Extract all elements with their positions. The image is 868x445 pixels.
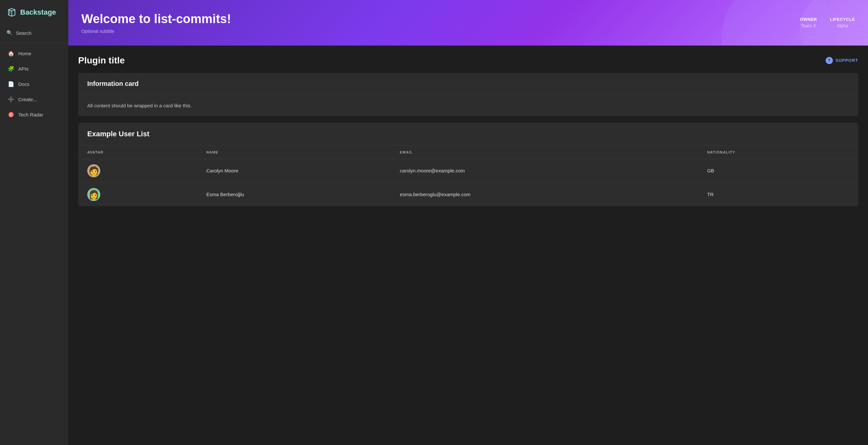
search-label: Search: [16, 30, 32, 36]
search-button[interactable]: 🔍 Search: [0, 27, 68, 43]
user-name-cell: Esma Berberoğlu: [197, 182, 391, 206]
docs-icon: 📄: [8, 81, 14, 87]
support-link[interactable]: ? SUPPORT: [826, 57, 858, 64]
avatar: 👩: [87, 188, 100, 201]
table-row: 🧑 Carolyn Moore carolyn.moore@example.co…: [78, 159, 858, 182]
tech-radar-icon: 🎯: [8, 111, 14, 118]
user-email-cell: carolyn.moore@example.com: [391, 159, 698, 182]
information-card-header: Information card: [78, 73, 858, 95]
plugin-title: Plugin title: [78, 55, 125, 66]
information-card-text: All content should be wrapped in a card …: [87, 103, 849, 108]
sidebar-divider: [0, 43, 68, 43]
lifecycle-label: Lifecycle: [830, 17, 855, 22]
information-card-body: All content should be wrapped in a card …: [78, 95, 858, 116]
lifecycle-meta: Lifecycle Alpha: [830, 17, 855, 28]
user-email-cell: esma.berberoglu@example.com: [391, 182, 698, 206]
page-body: Plugin title ? SUPPORT Information card …: [68, 45, 868, 445]
sidebar: Backstage 🔍 Search 🏠 Home 🧩 APIs 📄 Docs …: [0, 0, 68, 445]
information-card: Information card All content should be w…: [78, 73, 858, 116]
sidebar-item-apis-label: APIs: [18, 66, 29, 72]
sidebar-item-docs-label: Docs: [18, 81, 29, 87]
user-list-header: Example User List: [78, 123, 858, 145]
col-header-avatar: AVATAR: [78, 145, 197, 159]
owner-label: Owner: [800, 17, 817, 22]
sidebar-item-tech-radar[interactable]: 🎯 Tech Radar: [1, 107, 67, 122]
sidebar-item-apis[interactable]: 🧩 APIs: [1, 61, 67, 76]
main-content: Welcome to list-commits! Optional subtit…: [68, 0, 868, 445]
avatar-wrapper: 🧑: [87, 164, 188, 177]
avatar-wrapper: 👩: [87, 188, 188, 201]
user-avatar-cell: 👩: [78, 182, 197, 206]
user-table-header-row: AVATAR NAME EMAIL NATIONALITY: [78, 145, 858, 159]
user-table: AVATAR NAME EMAIL NATIONALITY 🧑 Carolyn: [78, 145, 858, 206]
create-icon: ➕: [8, 96, 14, 102]
header-left: Welcome to list-commits! Optional subtit…: [82, 12, 231, 34]
user-list-title: Example User List: [87, 130, 849, 138]
sidebar-item-home[interactable]: 🏠 Home: [1, 46, 67, 61]
page-title: Welcome to list-commits!: [82, 12, 231, 27]
header-meta: Owner Team X Lifecycle Alpha: [800, 17, 855, 28]
backstage-logo-icon: [6, 7, 17, 18]
information-card-title: Information card: [87, 80, 849, 88]
sidebar-item-docs[interactable]: 📄 Docs: [1, 76, 67, 92]
user-nationality-cell: GB: [698, 159, 858, 182]
sidebar-item-home-label: Home: [18, 51, 31, 56]
lifecycle-value: Alpha: [830, 23, 855, 28]
user-avatar-cell: 🧑: [78, 159, 197, 182]
col-header-nationality: NATIONALITY: [698, 145, 858, 159]
sidebar-logo[interactable]: Backstage: [0, 0, 68, 27]
support-label: SUPPORT: [835, 58, 858, 63]
user-name-cell: Carolyn Moore: [197, 159, 391, 182]
table-row: 👩 Esma Berberoğlu esma.berberoglu@exampl…: [78, 182, 858, 206]
apis-icon: 🧩: [8, 66, 14, 72]
user-list-card: Example User List AVATAR NAME EMAIL NATI…: [78, 123, 858, 206]
support-icon: ?: [826, 57, 833, 64]
home-icon: 🏠: [8, 50, 14, 57]
search-icon: 🔍: [6, 30, 13, 36]
sidebar-logo-text: Backstage: [20, 8, 56, 16]
page-subtitle: Optional subtitle: [82, 29, 231, 34]
avatar: 🧑: [87, 164, 100, 177]
sidebar-item-create[interactable]: ➕ Create...: [1, 92, 67, 107]
header-banner: Welcome to list-commits! Optional subtit…: [68, 0, 868, 45]
owner-meta: Owner Team X: [800, 17, 817, 28]
col-header-name: NAME: [197, 145, 391, 159]
sidebar-item-tech-radar-label: Tech Radar: [18, 112, 43, 117]
owner-value: Team X: [800, 23, 817, 28]
sidebar-item-create-label: Create...: [18, 97, 37, 102]
user-nationality-cell: TR: [698, 182, 858, 206]
user-table-head: AVATAR NAME EMAIL NATIONALITY: [78, 145, 858, 159]
user-table-body: 🧑 Carolyn Moore carolyn.moore@example.co…: [78, 159, 858, 206]
page-body-header: Plugin title ? SUPPORT: [78, 55, 858, 66]
col-header-email: EMAIL: [391, 145, 698, 159]
